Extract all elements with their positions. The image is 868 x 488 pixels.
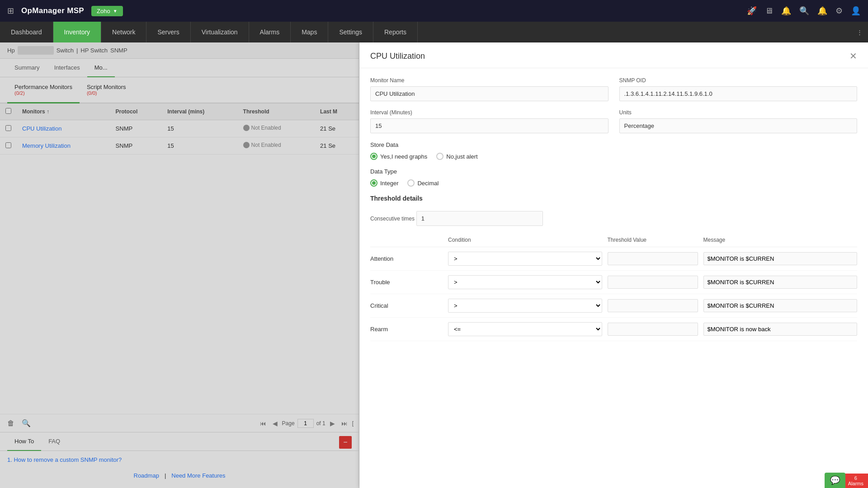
trouble-value[interactable] [608,276,698,289]
script-tab-label: Script Monitors [87,84,126,90]
consecutive-times-input[interactable] [416,211,543,226]
attention-condition[interactable]: ><=<=>= [448,252,602,266]
alert-icon[interactable]: 🔔 [781,6,791,16]
bell-icon[interactable]: 🔔 [817,6,827,16]
rearm-value[interactable] [608,323,698,336]
nav-maps[interactable]: Maps [291,22,328,42]
radio-no-dot[interactable] [436,153,443,160]
units-input[interactable] [619,118,858,133]
store-data-section: Store Data Yes,I need graphs No,just ale… [370,141,857,160]
nav-network[interactable]: Network [101,22,146,42]
interval-input[interactable] [370,118,609,133]
monitor-name-input[interactable] [370,86,609,101]
critical-message[interactable] [703,299,858,312]
tab-faq[interactable]: FAQ [41,432,67,451]
breadcrumb-device: Hp [7,47,15,54]
critical-condition[interactable]: ><=<=>= [448,299,602,313]
radio-no-label: No,just alert [446,153,477,160]
table-row: Memory Utilization SNMP 15 Not Enabled 2… [0,137,359,155]
monitor-name-label: Monitor Name [370,77,609,84]
nav-alarms[interactable]: Alarms [249,22,291,42]
org-badge[interactable]: Zoho ▼ [91,6,123,16]
trouble-message[interactable] [703,276,858,289]
search-button[interactable]: 🔍 [20,418,33,428]
nav-more-icon[interactable]: ⋮ [851,22,868,42]
nav-virtualization[interactable]: Virtualization [191,22,249,42]
severity-rearm: Rearm [370,326,443,333]
rocket-icon[interactable]: 🚀 [747,6,757,16]
settings-icon[interactable]: ⚙ [835,6,843,16]
app-title: OpManager MSP [21,6,84,15]
sub-tab-interfaces[interactable]: Interfaces [47,59,87,77]
next-page-btn[interactable]: ▶ [328,419,337,428]
nav-dashboard[interactable]: Dashboard [0,22,53,42]
how-to-link[interactable]: 1. How to remove a custom SNMP monitor? [7,456,122,463]
table-footer-actions: 🗑 🔍 [5,418,255,428]
nav-settings[interactable]: Settings [328,22,373,42]
attention-value[interactable] [608,252,698,265]
last-page-btn[interactable]: ⏭ [340,419,349,428]
row1-checkbox[interactable] [5,125,11,131]
radio-integer-dot[interactable] [370,179,377,187]
radio-yes-graphs[interactable]: Yes,I need graphs [370,153,427,160]
radio-decimal-dot[interactable] [407,179,415,187]
row1-last: 21 Se [315,120,359,137]
select-all-checkbox[interactable] [5,108,11,114]
tab-how-to[interactable]: How To [7,432,41,451]
breadcrumb-subtype: HP Switch [80,47,108,54]
radio-integer-label: Integer [380,180,398,187]
chat-button[interactable]: 💬 [825,473,845,488]
table-footer: 🗑 🔍 ⏮ ◀ Page of 1 ▶ ⏭ [ [0,414,359,432]
link-separator: | [165,472,166,479]
row1-protocol: SNMP [110,120,162,137]
alarms-badge[interactable]: 6 Alarms [844,474,868,488]
red-action-button[interactable]: − [339,436,352,449]
sub-tab-summary[interactable]: Summary [7,59,47,77]
close-panel-button[interactable]: ✕ [849,51,857,61]
nav-inventory[interactable]: Inventory [53,22,102,42]
more-pagination: [ [352,420,354,427]
radio-decimal[interactable]: Decimal [407,179,439,187]
nav-reports[interactable]: Reports [373,22,418,42]
prev-page-btn[interactable]: ◀ [271,419,279,428]
bottom-section: How To FAQ − 1. How to remove a custom S… [0,432,359,488]
rearm-message[interactable] [703,323,858,336]
form-row-1: Monitor Name SNMP OID [370,77,857,101]
critical-value[interactable] [608,299,698,312]
sub-tab-more[interactable]: Mo... [87,59,115,77]
trouble-condition[interactable]: ><=<=>= [448,275,602,289]
form-row-2: Interval (Minutes) Units [370,109,857,133]
row2-name[interactable]: Memory Utilization [17,137,110,155]
snmp-oid-label: SNMP OID [619,77,858,84]
attention-message[interactable] [703,252,858,265]
features-link[interactable]: Need More Features [171,472,225,479]
first-page-btn[interactable]: ⏮ [258,419,268,428]
page-input[interactable] [297,419,314,428]
radio-no-alert[interactable]: No,just alert [436,153,477,160]
row2-checkbox[interactable] [5,142,11,148]
row1-name[interactable]: CPU Utilization [17,120,110,137]
search-icon[interactable]: 🔍 [799,6,809,16]
breadcrumb-input[interactable] [18,46,54,55]
tab-script-monitors[interactable]: Script Monitors (0/0) [80,77,133,103]
user-icon[interactable]: 👤 [851,6,861,16]
monitor-icon[interactable]: 🖥 [765,6,773,16]
row2-protocol: SNMP [110,137,162,155]
delete-button[interactable]: 🗑 [5,418,16,428]
nav-servers[interactable]: Servers [146,22,190,42]
col-threshold: Threshold [238,103,315,120]
rearm-condition[interactable]: <=><=>= [448,322,602,336]
severity-attention: Attention [370,255,443,262]
roadmap-link[interactable]: Roadmap [134,472,159,479]
grid-icon[interactable]: ⊞ [7,6,14,16]
col-protocol: Protocol [110,103,162,120]
threshold-row-rearm: Rearm <=><=>= [370,318,857,341]
tab-performance-monitors[interactable]: Performance Monitors (0/2) [7,77,80,103]
alarms-count: 6 [848,475,863,481]
monitors-table: Monitors ↑ Protocol Interval (mins) Thre… [0,103,359,414]
snmp-oid-input[interactable] [619,86,858,101]
radio-integer[interactable]: Integer [370,179,398,187]
perf-tab-count: (0/2) [14,90,25,96]
perf-tab-label: Performance Monitors [14,84,72,90]
radio-yes-dot[interactable] [370,153,377,160]
